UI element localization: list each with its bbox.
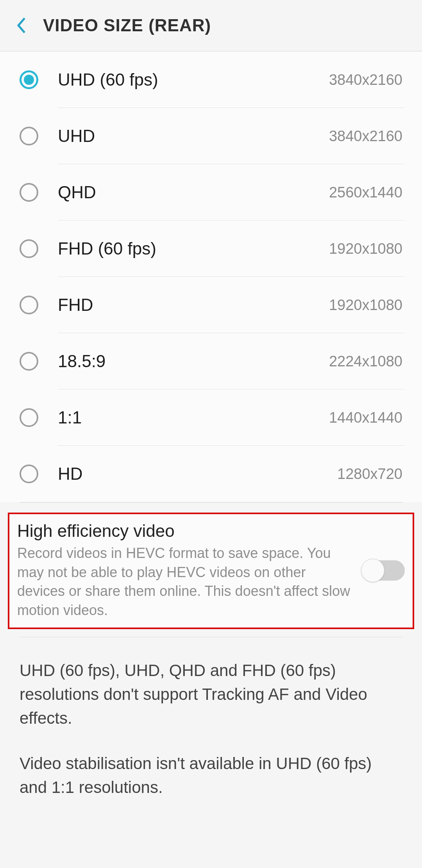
chevron-left-icon bbox=[15, 17, 28, 34]
option-fhd-60fps[interactable]: FHD (60 fps) 1920x1080 bbox=[20, 221, 402, 277]
radio-icon bbox=[20, 70, 38, 89]
radio-icon bbox=[20, 127, 38, 145]
option-resolution: 1440x1440 bbox=[329, 409, 402, 426]
option-label: FHD bbox=[58, 295, 329, 315]
option-uhd[interactable]: UHD 3840x2160 bbox=[20, 108, 402, 164]
info-paragraph-2: Video stabilisation isn't available in U… bbox=[20, 752, 402, 800]
radio-icon bbox=[20, 183, 38, 202]
option-resolution: 1280x720 bbox=[337, 466, 402, 482]
radio-icon bbox=[20, 296, 38, 314]
option-resolution: 1920x1080 bbox=[329, 297, 402, 314]
option-label: 1:1 bbox=[58, 408, 329, 427]
option-1-1[interactable]: 1:1 1440x1440 bbox=[20, 389, 402, 446]
option-resolution: 2560x1440 bbox=[329, 184, 402, 201]
option-hd[interactable]: HD 1280x720 bbox=[20, 446, 402, 502]
option-resolution: 3840x2160 bbox=[329, 72, 402, 88]
option-label: UHD bbox=[58, 126, 329, 146]
back-button[interactable] bbox=[12, 16, 31, 35]
radio-icon bbox=[20, 352, 38, 371]
list-bottom-divider bbox=[20, 502, 402, 503]
radio-icon bbox=[20, 408, 38, 427]
hevc-text: High efficiency video Record videos in H… bbox=[17, 521, 354, 620]
option-label: QHD bbox=[58, 183, 329, 202]
toggle-knob bbox=[361, 559, 384, 582]
video-size-list: UHD (60 fps) 3840x2160 UHD 3840x2160 QHD… bbox=[0, 52, 422, 502]
option-resolution: 3840x2160 bbox=[329, 128, 402, 145]
hevc-description: Record videos in HEVC format to save spa… bbox=[17, 544, 354, 620]
option-label: HD bbox=[58, 464, 337, 484]
option-label: UHD (60 fps) bbox=[58, 70, 329, 90]
option-resolution: 1920x1080 bbox=[329, 240, 402, 257]
page-title: VIDEO SIZE (REAR) bbox=[43, 16, 211, 35]
radio-icon bbox=[20, 239, 38, 258]
radio-icon bbox=[20, 464, 38, 483]
option-18-5-9[interactable]: 18.5:9 2224x1080 bbox=[20, 333, 402, 389]
option-qhd[interactable]: QHD 2560x1440 bbox=[20, 164, 402, 221]
option-label: 18.5:9 bbox=[58, 352, 329, 371]
option-resolution: 2224x1080 bbox=[329, 353, 402, 370]
option-uhd-60fps[interactable]: UHD (60 fps) 3840x2160 bbox=[20, 52, 402, 108]
hevc-toggle[interactable] bbox=[362, 560, 405, 581]
hevc-title: High efficiency video bbox=[17, 521, 354, 541]
option-label: FHD (60 fps) bbox=[58, 239, 329, 258]
high-efficiency-video-setting[interactable]: High efficiency video Record videos in H… bbox=[8, 513, 414, 629]
info-paragraph-1: UHD (60 fps), UHD, QHD and FHD (60 fps) … bbox=[20, 659, 402, 730]
header: VIDEO SIZE (REAR) bbox=[0, 0, 422, 51]
info-text: UHD (60 fps), UHD, QHD and FHD (60 fps) … bbox=[0, 637, 422, 815]
option-fhd[interactable]: FHD 1920x1080 bbox=[20, 277, 402, 333]
